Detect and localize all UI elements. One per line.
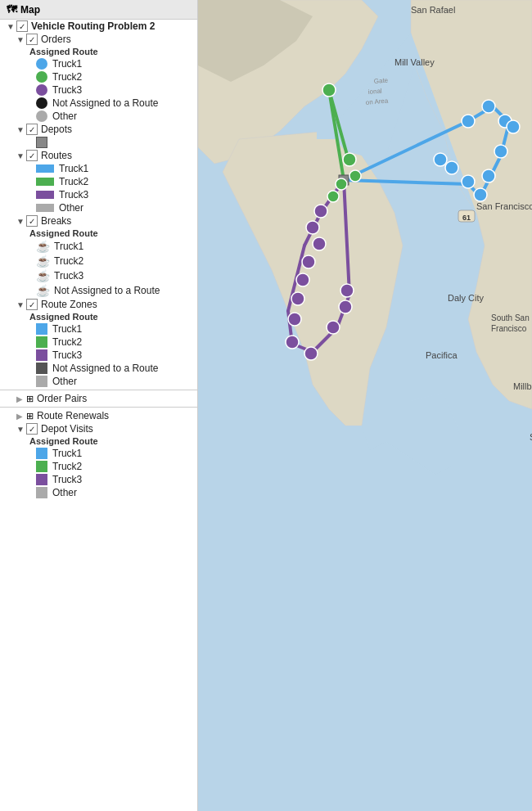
depots-checkbox[interactable] bbox=[26, 124, 38, 135]
depot-visits-truck2-icon bbox=[36, 461, 47, 472]
expand-route-renewals[interactable]: ▶ bbox=[16, 412, 26, 421]
svg-point-49 bbox=[288, 313, 301, 326]
depots-label: Depots bbox=[41, 124, 72, 135]
route-zones-truck3-icon bbox=[36, 349, 47, 361]
route-renewals-row[interactable]: ▶ ⊞ Route Renewals bbox=[0, 409, 197, 422]
svg-point-32 bbox=[327, 191, 339, 202]
routes-truck1: Truck1 bbox=[0, 162, 197, 175]
routes-truck3-icon bbox=[36, 191, 54, 199]
orders-assigned-label: Assigned Route bbox=[26, 47, 98, 56]
breaks-truck2-icon: ☕ bbox=[36, 255, 49, 268]
depot-visits-assigned-header: Assigned Route bbox=[0, 435, 197, 447]
expand-orders[interactable]: ▼ bbox=[16, 35, 26, 44]
expand-depot-visits[interactable]: ▼ bbox=[16, 425, 26, 434]
depot-visits-other-label: Other bbox=[52, 487, 77, 498]
depot-visits-truck1-icon bbox=[36, 448, 47, 459]
order-pairs-grid-icon: ⊞ bbox=[26, 394, 34, 404]
breaks-checkbox[interactable] bbox=[26, 215, 38, 227]
routes-truck1-label: Truck1 bbox=[59, 163, 88, 174]
map-container[interactable]: San Rafael Richmond Mill Valley Berkeley… bbox=[198, 0, 532, 811]
svg-point-52 bbox=[327, 321, 340, 334]
route-zones-checkbox[interactable] bbox=[26, 299, 38, 310]
svg-point-31 bbox=[336, 178, 347, 190]
breaks-truck3-label: Truck3 bbox=[54, 270, 83, 282]
svg-point-46 bbox=[302, 255, 315, 268]
right-panel[interactable]: San Rafael Richmond Mill Valley Berkeley… bbox=[198, 0, 532, 811]
depot-visits-truck1: Truck1 bbox=[0, 447, 197, 460]
divider-1 bbox=[0, 390, 197, 390]
root-node[interactable]: ▼ Vehicle Routing Problem 2 bbox=[0, 20, 197, 33]
route-zones-truck2: Truck2 bbox=[0, 336, 197, 349]
routes-truck2-icon bbox=[36, 178, 54, 186]
orders-assigned-route-header: Assigned Route bbox=[0, 46, 197, 57]
expand-root[interactable]: ▼ bbox=[7, 22, 16, 31]
expand-routes[interactable]: ▼ bbox=[16, 151, 26, 160]
svg-text:Millbrae: Millbrae bbox=[513, 381, 532, 391]
orders-not-assigned-icon bbox=[36, 97, 47, 109]
svg-text:Gate: Gate bbox=[373, 76, 389, 85]
orders-other: Other bbox=[0, 110, 197, 123]
orders-truck1: Truck1 bbox=[0, 57, 197, 70]
svg-point-51 bbox=[304, 347, 318, 360]
routes-label: Routes bbox=[41, 150, 72, 161]
order-pairs-label: Order Pairs bbox=[37, 393, 87, 404]
route-zones-not-assigned-label: Not Assigned to a Route bbox=[52, 363, 158, 374]
orders-other-icon bbox=[36, 110, 47, 122]
left-panel[interactable]: 🗺 Map ▼ Vehicle Routing Problem 2 ▼ Orde… bbox=[0, 0, 198, 811]
svg-text:Francisco: Francisco bbox=[491, 324, 527, 333]
routes-truck3: Truck3 bbox=[0, 188, 197, 201]
depots-square-icon bbox=[36, 137, 47, 148]
depot-visits-truck3-icon bbox=[36, 474, 47, 485]
orders-checkbox[interactable] bbox=[26, 34, 38, 45]
main-container: 🗺 Map ▼ Vehicle Routing Problem 2 ▼ Orde… bbox=[0, 0, 532, 811]
svg-point-53 bbox=[339, 300, 352, 313]
depots-row[interactable]: ▼ Depots bbox=[0, 123, 197, 136]
root-checkbox[interactable] bbox=[16, 20, 28, 32]
svg-point-48 bbox=[291, 292, 304, 305]
depot-visits-truck2: Truck2 bbox=[0, 460, 197, 473]
orders-truck3: Truck3 bbox=[0, 83, 197, 97]
route-zones-assigned-header: Assigned Route bbox=[0, 311, 197, 322]
routes-row[interactable]: ▼ Routes bbox=[0, 149, 197, 162]
depot-visits-truck2-label: Truck2 bbox=[52, 461, 82, 472]
breaks-row[interactable]: ▼ Breaks bbox=[0, 214, 197, 228]
routes-other: Other bbox=[0, 201, 197, 214]
expand-breaks[interactable]: ▼ bbox=[16, 217, 26, 226]
divider-2 bbox=[0, 407, 197, 408]
svg-text:San Rafael: San Rafael bbox=[411, 5, 455, 15]
orders-row[interactable]: ▼ Orders bbox=[0, 33, 197, 46]
routes-checkbox[interactable] bbox=[26, 150, 38, 161]
route-zones-not-assigned-icon bbox=[36, 363, 47, 374]
route-zones-truck2-label: Truck2 bbox=[52, 336, 82, 348]
expand-depots[interactable]: ▼ bbox=[16, 125, 26, 134]
svg-text:Pacifica: Pacifica bbox=[426, 350, 458, 360]
breaks-label: Breaks bbox=[41, 215, 71, 227]
routes-truck2-label: Truck2 bbox=[59, 176, 88, 187]
routes-truck3-label: Truck3 bbox=[59, 189, 88, 200]
orders-truck2-label: Truck2 bbox=[52, 71, 82, 83]
breaks-truck1-icon: ☕ bbox=[36, 240, 49, 253]
breaks-truck3-icon: ☕ bbox=[36, 269, 49, 282]
route-zones-truck1-label: Truck1 bbox=[52, 323, 82, 335]
route-zones-not-assigned: Not Assigned to a Route bbox=[0, 362, 197, 375]
depot-visits-assigned-label: Assigned Route bbox=[26, 436, 98, 446]
route-zones-row[interactable]: ▼ Route Zones bbox=[0, 298, 197, 311]
depot-visits-checkbox[interactable] bbox=[26, 423, 38, 435]
depot-visits-truck3: Truck3 bbox=[0, 473, 197, 486]
orders-truck1-icon bbox=[36, 58, 47, 70]
expand-route-zones[interactable]: ▼ bbox=[16, 300, 26, 309]
order-pairs-row[interactable]: ▶ ⊞ Order Pairs bbox=[0, 392, 197, 405]
route-zones-truck1-icon bbox=[36, 323, 47, 335]
depots-symbol bbox=[0, 136, 197, 149]
svg-text:South San: South San bbox=[491, 313, 530, 322]
svg-point-50 bbox=[286, 336, 299, 349]
svg-point-45 bbox=[313, 237, 326, 250]
orders-truck1-label: Truck1 bbox=[52, 58, 82, 70]
depot-visits-other: Other bbox=[0, 486, 197, 499]
svg-point-28 bbox=[322, 83, 336, 97]
depot-visits-row[interactable]: ▼ Depot Visits bbox=[0, 422, 197, 435]
routes-other-icon bbox=[36, 204, 54, 212]
route-renewals-label: Route Renewals bbox=[37, 410, 109, 421]
routes-truck1-icon bbox=[36, 164, 54, 173]
expand-order-pairs[interactable]: ▶ bbox=[16, 394, 26, 403]
